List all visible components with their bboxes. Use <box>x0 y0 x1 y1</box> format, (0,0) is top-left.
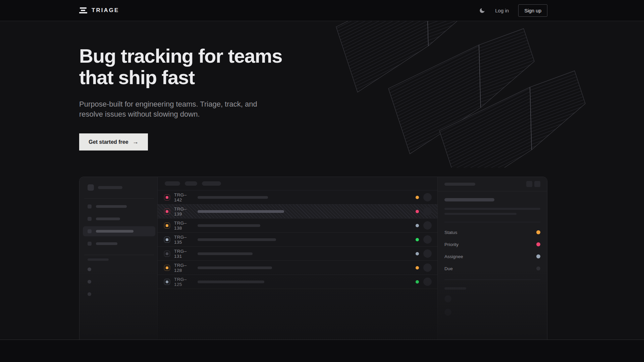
property-row: Priority <box>444 238 540 250</box>
sidebar-workspace-skeleton <box>88 184 153 191</box>
issue-row: TRG–125 <box>158 275 437 289</box>
detail-activity-label-skeleton <box>444 287 466 290</box>
detail-header-skeleton <box>444 183 475 186</box>
detail-title-skeleton <box>444 198 494 201</box>
issue-avatar <box>423 193 432 201</box>
sidebar-divider <box>84 255 154 255</box>
issue-title-skeleton <box>198 196 268 199</box>
property-label: Due <box>444 266 453 271</box>
issue-status-dot <box>416 224 419 227</box>
sidebar-divider <box>84 198 154 199</box>
detail-description-skeleton <box>444 213 517 215</box>
moon-icon <box>479 7 485 14</box>
issue-avatar <box>423 278 432 286</box>
issue-title-skeleton <box>198 252 253 255</box>
wireframe-decoration <box>332 21 594 168</box>
get-started-button[interactable]: Get started free → <box>79 133 148 150</box>
issue-priority-icon <box>164 251 170 257</box>
hero-subtitle-line-1: Purpose-built for engineering teams. Tri… <box>79 99 282 109</box>
property-value-dot <box>536 254 540 258</box>
issue-priority-icon <box>164 265 170 271</box>
hero-title-line-1: Bug tracking for teams <box>79 45 282 67</box>
brand-logo[interactable]: TRIAGE <box>79 7 119 14</box>
property-label: Status <box>444 230 457 235</box>
issue-avatar <box>423 249 432 258</box>
workspace-avatar-skeleton <box>88 184 94 191</box>
issue-avatar <box>423 207 432 216</box>
issue-priority-icon <box>164 208 170 215</box>
issue-id: TRG–125 <box>174 277 193 287</box>
issue-row: TRG–135 <box>158 233 437 247</box>
issue-status-dot <box>416 196 419 199</box>
property-row: Status <box>444 226 540 238</box>
issue-row: TRG–128 <box>158 261 437 275</box>
issue-id: TRG–138 <box>174 221 193 231</box>
detail-properties: Status Priority Assignee Due <box>444 226 540 275</box>
issue-priority-icon <box>164 223 170 229</box>
sidebar-dot-skeleton <box>88 267 91 271</box>
issue-row: TRG–142 <box>158 190 437 204</box>
issue-status-dot <box>416 252 419 255</box>
property-row: Assignee <box>444 250 540 262</box>
hero-title: Bug tracking for teams that ship fast <box>79 45 282 88</box>
mockup-sidebar <box>79 177 158 340</box>
issue-status-dot <box>416 280 419 284</box>
property-label: Assignee <box>444 254 463 259</box>
sidebar-nav-skeleton-item <box>83 214 155 224</box>
issue-priority-icon <box>164 279 170 285</box>
issue-title-skeleton <box>198 281 264 283</box>
hero-title-line-2: that ship fast <box>79 67 282 88</box>
top-nav: TRIAGE Log in Sign up <box>0 0 644 21</box>
sidebar-dots-skeleton <box>88 267 153 296</box>
activity-avatar-skeleton <box>444 309 451 316</box>
issue-avatar <box>423 221 432 230</box>
detail-panel-header <box>438 177 547 191</box>
arrow-right-icon: → <box>132 138 139 145</box>
login-link[interactable]: Log in <box>495 8 509 13</box>
sidebar-nav-skeleton <box>83 201 155 249</box>
filter-pill-skeleton <box>202 181 221 186</box>
issue-title-skeleton <box>198 210 284 213</box>
hero-subtitle-line-2: resolve issues without slowing down. <box>79 109 282 119</box>
mockup-issue-list: TRG–142 TRG–139 TRG–138 TRG–135 <box>158 177 437 340</box>
property-value-dot <box>536 266 540 270</box>
issue-avatar <box>423 263 432 272</box>
sidebar-section-label-skeleton <box>88 258 109 261</box>
property-label: Priority <box>444 242 459 247</box>
app-mockup: TRG–142 TRG–139 TRG–138 TRG–135 <box>79 177 547 340</box>
detail-header-button-skeleton <box>534 181 540 187</box>
sidebar-nav-skeleton-item <box>83 239 155 249</box>
brand-name: TRIAGE <box>92 7 119 14</box>
property-value-dot <box>536 230 540 234</box>
signup-button[interactable]: Sign up <box>518 4 547 17</box>
issue-title-skeleton <box>198 224 260 227</box>
hero-section: Bug tracking for teams that ship fast Pu… <box>79 45 282 150</box>
triage-bars-icon <box>79 7 87 14</box>
sidebar-dot-skeleton <box>88 280 91 284</box>
issue-priority-icon <box>164 237 170 243</box>
sidebar-dot-skeleton <box>88 292 91 296</box>
issue-id: TRG–135 <box>174 235 193 245</box>
property-value-dot <box>536 242 540 246</box>
detail-header-button-skeleton <box>526 181 532 187</box>
issue-status-dot <box>416 266 419 269</box>
issue-title-skeleton <box>198 238 276 241</box>
theme-toggle-button[interactable] <box>479 7 486 14</box>
detail-divider <box>444 222 540 222</box>
issue-list-header-skeleton <box>158 177 437 190</box>
issue-row: TRG–131 <box>158 247 437 261</box>
issue-id: TRG–139 <box>174 206 193 217</box>
sidebar-nav-skeleton-item <box>83 201 155 212</box>
issue-avatar <box>423 235 432 244</box>
issue-status-dot <box>416 210 419 213</box>
issue-id: TRG–142 <box>174 192 193 202</box>
workspace-name-skeleton <box>98 186 122 189</box>
activity-avatar-skeleton <box>444 295 451 302</box>
issue-id: TRG–128 <box>174 263 193 273</box>
issue-id: TRG–131 <box>174 249 193 259</box>
nav-actions: Log in Sign up <box>479 4 547 17</box>
get-started-label: Get started free <box>89 139 128 145</box>
issue-row: TRG–138 <box>158 219 437 233</box>
detail-description-skeleton <box>444 208 540 210</box>
detail-header-buttons-skeleton <box>526 181 540 187</box>
